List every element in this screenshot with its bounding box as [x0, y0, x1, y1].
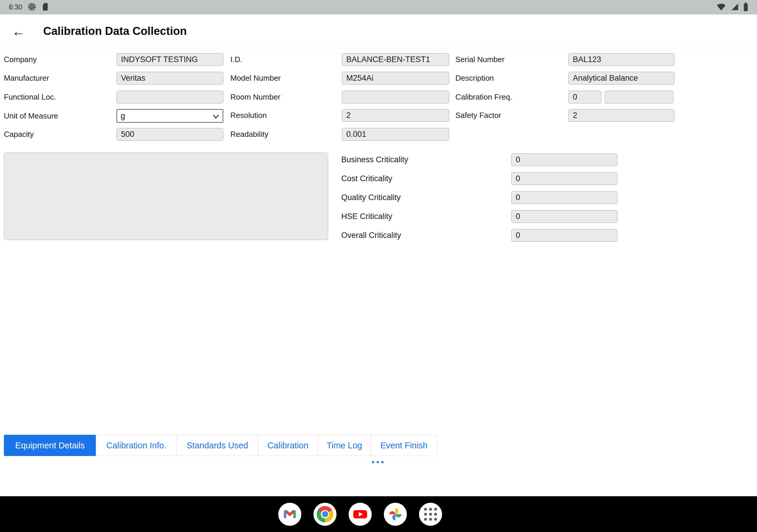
status-time: 6:30: [9, 3, 22, 11]
page-title: Calibration Data Collection: [43, 25, 187, 38]
status-bar: 6:30: [0, 0, 757, 15]
model-number-label: Model Number: [230, 74, 342, 83]
field-description: Description: [455, 72, 675, 84]
field-hse-criticality: HSE Criticality: [341, 210, 618, 223]
quality-criticality-input[interactable]: [511, 191, 618, 204]
field-serial-number: Serial Number: [455, 53, 675, 66]
readability-label: Readability: [230, 130, 342, 139]
manufacturer-input[interactable]: [116, 72, 223, 84]
company-input[interactable]: [116, 53, 223, 66]
safety-factor-label: Safety Factor: [455, 111, 568, 120]
field-resolution: Resolution: [230, 109, 449, 122]
capacity-input[interactable]: [116, 128, 223, 141]
field-readability: Readability: [230, 128, 449, 141]
back-arrow-icon[interactable]: ←: [12, 24, 30, 38]
field-room-number: Room Number: [230, 91, 449, 103]
field-manufacturer: Manufacturer: [4, 72, 223, 84]
field-quality-criticality: Quality Criticality: [341, 191, 618, 204]
gmail-icon[interactable]: [278, 503, 301, 526]
functional-loc-label: Functional Loc.: [4, 93, 116, 102]
status-bar-right: [716, 2, 748, 13]
resolution-label: Resolution: [230, 111, 342, 120]
overall-criticality-label: Overall Criticality: [341, 231, 511, 240]
tab-calibration-info[interactable]: Calibration Info.: [96, 435, 177, 456]
field-overall-criticality: Overall Criticality: [341, 229, 618, 242]
hse-criticality-label: HSE Criticality: [341, 212, 511, 221]
business-criticality-input[interactable]: [511, 153, 618, 166]
readability-input[interactable]: [342, 128, 449, 141]
room-number-input[interactable]: [342, 91, 449, 103]
description-input[interactable]: [568, 72, 675, 84]
quality-criticality-label: Quality Criticality: [341, 193, 511, 202]
safety-factor-input[interactable]: [568, 109, 675, 122]
calibration-freq-input[interactable]: [568, 91, 601, 103]
cost-criticality-input[interactable]: [511, 172, 618, 185]
youtube-icon[interactable]: [348, 503, 372, 526]
dock-icons: [278, 503, 442, 526]
chrome-ring: [317, 506, 333, 522]
id-input[interactable]: [342, 53, 449, 66]
field-safety-factor: Safety Factor: [455, 109, 675, 122]
chevron-down-icon: [213, 111, 219, 121]
unit-of-measure-label: Unit of Measure: [4, 111, 116, 121]
chrome-icon[interactable]: [314, 503, 337, 526]
notes-textarea[interactable]: [4, 153, 328, 240]
field-unit-of-measure: Unit of Measure g: [4, 109, 223, 123]
field-id: I.D.: [230, 53, 449, 66]
battery-icon: [743, 2, 748, 13]
gear-icon: [27, 2, 36, 13]
tab-standards-used[interactable]: Standards Used: [176, 435, 258, 456]
field-calibration-freq: Calibration Freq.: [455, 91, 673, 103]
chrome-center: [322, 511, 328, 517]
tab-equipment-details[interactable]: Equipment Details: [4, 435, 96, 456]
field-functional-loc: Functional Loc.: [4, 91, 223, 103]
sdcard-icon: [42, 3, 49, 12]
serial-number-input[interactable]: [568, 53, 675, 66]
more-tabs-indicator[interactable]: ...: [360, 450, 397, 467]
signal-icon: [730, 2, 739, 13]
photos-icon[interactable]: [384, 503, 407, 526]
calibration-freq-unit-input[interactable]: [605, 91, 673, 103]
id-label: I.D.: [230, 55, 342, 64]
app-drawer-dots: [424, 508, 437, 521]
business-criticality-label: Business Criticality: [341, 155, 511, 164]
dock-taskbar: [0, 496, 757, 532]
status-bar-left: 6:30: [9, 2, 49, 13]
model-number-input[interactable]: [342, 72, 449, 84]
app-drawer-icon[interactable]: [419, 503, 442, 526]
wifi-icon: [716, 3, 726, 12]
calibration-freq-label: Calibration Freq.: [455, 93, 568, 102]
manufacturer-label: Manufacturer: [4, 74, 116, 83]
field-company: Company: [4, 53, 223, 66]
serial-number-label: Serial Number: [455, 55, 568, 64]
field-capacity: Capacity: [4, 128, 223, 141]
capacity-label: Capacity: [4, 130, 116, 139]
unit-of-measure-select[interactable]: g: [116, 109, 223, 123]
functional-loc-input[interactable]: [116, 91, 223, 103]
resolution-input[interactable]: [342, 109, 449, 122]
company-label: Company: [4, 55, 116, 64]
tab-calibration[interactable]: Calibration: [258, 435, 318, 456]
app-bar: ← Calibration Data Collection: [0, 15, 757, 48]
field-cost-criticality: Cost Criticality: [341, 172, 618, 185]
description-label: Description: [455, 74, 568, 83]
room-number-label: Room Number: [230, 93, 342, 102]
overall-criticality-input[interactable]: [511, 229, 618, 242]
cost-criticality-label: Cost Criticality: [341, 174, 511, 183]
field-business-criticality: Business Criticality: [341, 153, 618, 166]
chrome-inner-ring: [321, 510, 329, 518]
unit-of-measure-value: g: [121, 111, 125, 121]
field-model-number: Model Number: [230, 72, 449, 84]
hse-criticality-input[interactable]: [511, 210, 618, 223]
